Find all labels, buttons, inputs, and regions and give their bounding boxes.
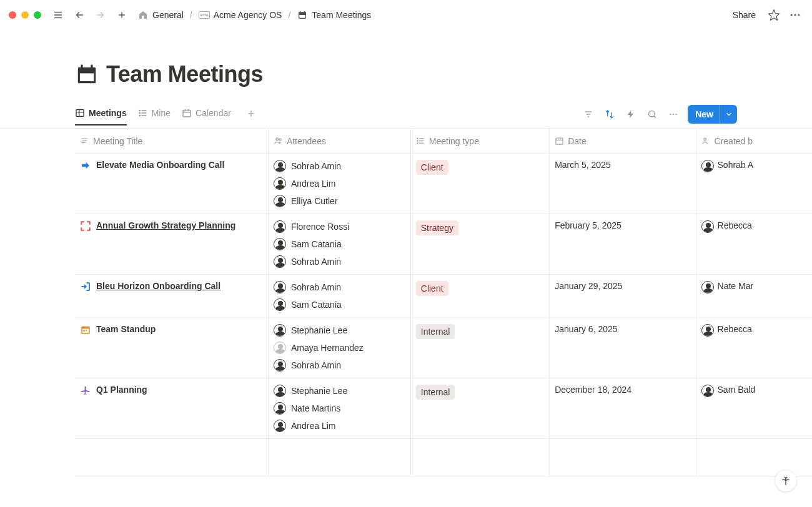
cell-attendees[interactable]: Sohrab AminSam Catania	[269, 275, 411, 317]
cell-meeting-title[interactable]: Team Standup	[75, 318, 269, 378]
maximize-window[interactable]	[34, 11, 41, 19]
cell-attendees[interactable]: Sohrab AminAndrea LimElliya Cutler	[269, 154, 411, 214]
cell-meeting-type[interactable]: Internal	[411, 318, 550, 378]
tab-label: Mine	[152, 108, 171, 118]
svg-rect-8	[299, 12, 306, 14]
more-options-icon[interactable]	[666, 107, 680, 121]
avatar	[274, 385, 286, 397]
breadcrumb-team-meetings[interactable]: Team Meetings	[294, 8, 374, 22]
tab-label: Calendar	[196, 108, 231, 118]
add-view-button[interactable]	[245, 111, 257, 123]
close-window[interactable]	[9, 11, 16, 19]
attendee: Sohrab Amin	[274, 255, 405, 268]
table-row[interactable]: Elevate Media Onboarding CallSohrab Amin…	[75, 154, 812, 214]
share-button[interactable]: Share	[728, 7, 761, 22]
back-icon[interactable]	[71, 7, 87, 23]
type-tag: Internal	[416, 324, 455, 339]
breadcrumb-separator: /	[190, 10, 192, 20]
svg-point-38	[649, 111, 655, 117]
search-icon[interactable]	[645, 107, 659, 121]
breadcrumb-acme[interactable]: acme Acme Agency OS	[196, 8, 285, 22]
cell-attendees[interactable]: Stephanie LeeNate MartinsAndrea Lim	[269, 378, 411, 438]
svg-point-44	[279, 139, 281, 140]
breadcrumb: General / acme Acme Agency OS / Team Mee…	[135, 8, 374, 22]
cell-created-by[interactable]: Rebecca	[696, 318, 812, 378]
new-button-label: New	[688, 109, 720, 119]
breadcrumb-general[interactable]: General	[135, 8, 186, 22]
cell-meeting-title[interactable]: Q1 Planning	[75, 378, 269, 438]
column-label: Created b	[715, 136, 753, 146]
avatar	[274, 281, 286, 293]
empty-row[interactable]	[75, 439, 812, 476]
column-meeting-type[interactable]: Meeting type	[411, 129, 550, 153]
more-icon[interactable]	[787, 7, 803, 23]
cell-meeting-title[interactable]: Annual Growth Strategy Planning	[75, 214, 269, 274]
svg-point-15	[798, 14, 800, 16]
minimize-window[interactable]	[21, 11, 29, 19]
airplane-icon	[80, 385, 91, 396]
sort-icon[interactable]	[603, 107, 616, 121]
attendee: Elliya Cutler	[274, 195, 405, 207]
attendee-name: Andrea Lim	[291, 421, 336, 431]
cell-created-by[interactable]: Sam Bald	[696, 378, 812, 438]
cell-date[interactable]: January 29, 2025	[550, 275, 696, 317]
cell-meeting-type[interactable]: Strategy	[411, 214, 550, 274]
cell-attendees[interactable]: Stephanie LeeAmaya HernandezSohrab Amin	[269, 318, 411, 378]
cell-attendees[interactable]: Florence RossiSam CataniaSohrab Amin	[269, 214, 411, 274]
cell-meeting-type[interactable]: Client	[411, 275, 550, 317]
chevron-down-icon[interactable]	[720, 105, 737, 124]
new-button[interactable]: New	[688, 105, 737, 124]
people-icon	[274, 136, 283, 145]
cell-created-by[interactable]: Nate Mar	[696, 275, 812, 317]
attendee: Sohrab Amin	[274, 281, 405, 293]
cell-date[interactable]: January 6, 2025	[550, 318, 696, 378]
column-attendees[interactable]: Attendees	[269, 129, 411, 153]
page-header: Team Meetings	[0, 30, 812, 87]
svg-rect-17	[80, 73, 94, 81]
tab-label: Meetings	[89, 108, 127, 118]
svg-rect-51	[556, 138, 563, 144]
attendee: Sohrab Amin	[274, 160, 405, 172]
svg-rect-11	[300, 15, 305, 18]
svg-point-41	[673, 114, 674, 115]
column-created-by[interactable]: Created b	[696, 129, 812, 153]
filter-icon[interactable]	[582, 107, 595, 121]
column-meeting-title[interactable]: Meeting Title	[75, 129, 269, 153]
calendar-icon	[297, 9, 308, 21]
flash-icon[interactable]	[624, 107, 638, 121]
row-title-text: Elevate Media Onboarding Call	[96, 160, 224, 170]
cell-created-by[interactable]: Sohrab A	[696, 154, 812, 214]
tab-meetings[interactable]: Meetings	[75, 108, 127, 126]
table-row[interactable]: Team StandupStephanie LeeAmaya Hernandez…	[75, 318, 812, 378]
star-icon[interactable]	[766, 7, 782, 23]
svg-point-50	[417, 143, 418, 144]
creator-name: Rebecca	[718, 324, 752, 334]
cell-created-by[interactable]: Rebecca	[696, 214, 812, 274]
table-row[interactable]: Bleu Horizon Onboarding CallSohrab AminS…	[75, 275, 812, 318]
logo-icon: acme	[199, 9, 210, 21]
table-row[interactable]: Annual Growth Strategy PlanningFlorence …	[75, 214, 812, 275]
cell-meeting-type[interactable]: Client	[411, 154, 550, 214]
breadcrumb-separator: /	[288, 10, 290, 20]
tab-calendar[interactable]: Calendar	[182, 108, 231, 126]
cell-meeting-title[interactable]: Elevate Media Onboarding Call	[75, 154, 269, 214]
cell-date[interactable]: February 5, 2025	[550, 214, 696, 274]
text-icon	[80, 136, 89, 145]
table: Meeting Title Attendees Meeting type Dat…	[0, 129, 812, 476]
avatar	[274, 177, 286, 190]
cell-meeting-title[interactable]: Bleu Horizon Onboarding Call	[75, 275, 269, 317]
attendee: Florence Rossi	[274, 220, 405, 233]
column-date[interactable]: Date	[550, 129, 696, 153]
cell-date[interactable]: December 18, 2024	[550, 378, 696, 438]
hamburger-icon[interactable]	[50, 7, 66, 23]
attendee-name: Stephanie Lee	[291, 386, 347, 396]
help-button[interactable]	[775, 470, 797, 492]
cell-date[interactable]: March 5, 2025	[550, 154, 696, 214]
tab-mine[interactable]: Mine	[138, 108, 171, 126]
cell-meeting-type[interactable]: Internal	[411, 378, 550, 438]
new-tab-icon[interactable]	[114, 7, 130, 23]
svg-point-28	[139, 115, 140, 116]
svg-point-40	[670, 114, 671, 115]
svg-line-39	[654, 116, 656, 118]
table-row[interactable]: Q1 PlanningStephanie LeeNate MartinsAndr…	[75, 378, 812, 439]
